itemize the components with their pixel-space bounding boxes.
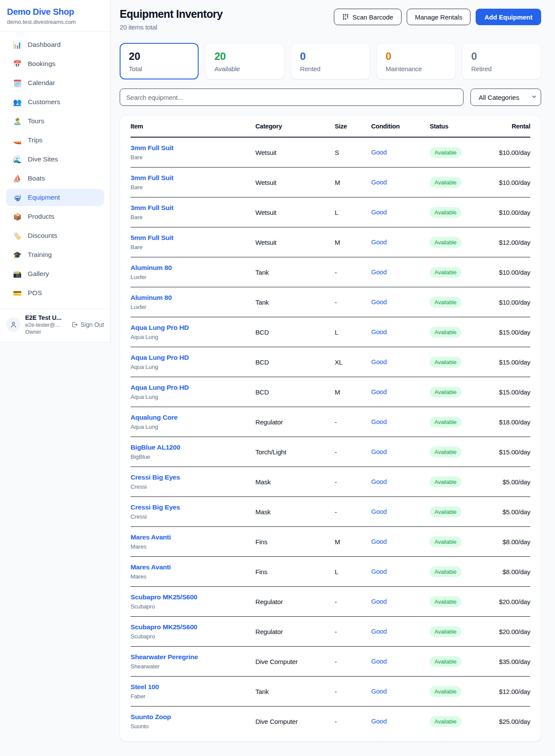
item-name-link[interactable]: BigBlue AL1200 — [131, 443, 255, 452]
condition-link[interactable]: Good — [371, 418, 387, 425]
sidebar-item-dashboard[interactable]: 📊Dashboard — [6, 36, 104, 53]
sidebar-item-trips[interactable]: 🚤Trips — [6, 131, 104, 149]
category-cell: Mask — [255, 478, 335, 486]
status-badge: Available — [430, 387, 461, 398]
sidebar-item-label: Customers — [28, 98, 60, 106]
status-badge: Available — [430, 566, 461, 577]
status-badge: Available — [430, 656, 461, 667]
condition-link[interactable]: Good — [371, 628, 387, 635]
stat-card-maintenance[interactable]: 0 Maintenance — [376, 43, 455, 79]
sidebar-item-pos[interactable]: 💳POS — [6, 284, 104, 302]
item-name-link[interactable]: Suunto Zoop — [131, 712, 255, 721]
item-cell: Aqua Lung Pro HD Aqua Lung — [131, 353, 255, 371]
stat-card-retired[interactable]: 0 Retired — [462, 43, 541, 79]
item-name-link[interactable]: Mares Avanti — [131, 532, 255, 542]
search-input[interactable] — [120, 89, 464, 106]
item-cell: Suunto Zoop Suunto — [131, 712, 255, 730]
condition-link[interactable]: Good — [371, 298, 387, 306]
item-name-link[interactable]: 5mm Full Suit — [131, 233, 255, 242]
condition-link[interactable]: Good — [371, 178, 387, 186]
item-name-link[interactable]: Aluminum 80 — [131, 263, 255, 272]
item-name-link[interactable]: Cressi Big Eyes — [131, 503, 255, 512]
rental-rate: $20.00/day — [495, 598, 530, 605]
status-badge: Available — [430, 447, 461, 457]
category-cell: Dive Computer — [255, 658, 335, 665]
condition-link[interactable]: Good — [371, 358, 387, 365]
status-badge: Available — [430, 626, 461, 637]
item-brand: Mares — [131, 573, 255, 581]
condition-link[interactable]: Good — [371, 717, 387, 725]
item-name-link[interactable]: Steel 100 — [131, 682, 255, 691]
sidebar-item-label: Bookings — [28, 60, 56, 68]
sidebar-item-customers[interactable]: 👥Customers — [6, 93, 104, 111]
sidebar-item-dive-sites[interactable]: 🌊Dive Sites — [6, 151, 104, 168]
column-header-status: Status — [430, 123, 495, 130]
condition-link[interactable]: Good — [371, 568, 387, 575]
manage-rentals-label: Manage Rentals — [415, 13, 462, 21]
scan-barcode-button[interactable]: Scan Barcode — [334, 9, 402, 25]
item-name-link[interactable]: 3mm Full Suit — [131, 143, 255, 152]
gallery-icon: 📸 — [12, 270, 23, 278]
condition-link[interactable]: Good — [371, 208, 387, 216]
condition-link[interactable]: Good — [371, 148, 387, 156]
item-cell: BigBlue AL1200 BigBlue — [131, 443, 255, 461]
item-name-link[interactable]: Aqua Lung Pro HD — [131, 353, 255, 362]
stat-card-available[interactable]: 20 Available — [205, 43, 284, 79]
item-name-link[interactable]: Scubapro MK25/S600 — [131, 622, 255, 631]
item-name-link[interactable]: Scubapro MK25/S600 — [131, 592, 255, 602]
sidebar-item-products[interactable]: 📦Products — [6, 208, 104, 225]
item-name-link[interactable]: Mares Avanti — [131, 562, 255, 572]
item-name-link[interactable]: Aqua Lung Pro HD — [131, 383, 255, 392]
item-name-link[interactable]: Aqua Lung Pro HD — [131, 323, 255, 332]
stat-card-rented[interactable]: 0 Rented — [291, 43, 370, 79]
column-header-condition: Condition — [371, 123, 430, 130]
add-equipment-button[interactable]: Add Equipment — [476, 9, 541, 25]
sidebar-item-discounts[interactable]: 🏷️Discounts — [6, 227, 104, 244]
size-cell: - — [335, 598, 371, 605]
sidebar-item-gallery[interactable]: 📸Gallery — [6, 265, 104, 283]
sidebar-item-boats[interactable]: ⛵Boats — [6, 170, 104, 187]
item-name-link[interactable]: 3mm Full Suit — [131, 173, 255, 182]
sidebar-item-training[interactable]: 🎓Training — [6, 246, 104, 263]
condition-link[interactable]: Good — [371, 238, 387, 246]
item-name-link[interactable]: Aqualung Core — [131, 413, 255, 422]
table-row: Aluminum 80 Luxfer Tank - Good Available… — [131, 257, 530, 287]
sign-out-button[interactable]: Sign Out — [71, 321, 104, 328]
sidebar-item-bookings[interactable]: 📅Bookings — [6, 55, 104, 72]
shop-name[interactable]: Demo Dive Shop — [7, 7, 103, 17]
rental-rate: $12.00/day — [495, 239, 530, 246]
item-name-link[interactable]: Shearwater Peregrine — [131, 652, 255, 661]
condition-link[interactable]: Good — [371, 448, 387, 455]
sidebar-item-equipment[interactable]: 🤿Equipment — [6, 189, 104, 206]
rental-rate: $10.00/day — [495, 209, 530, 216]
dive-sites-icon: 🌊 — [12, 155, 23, 164]
condition-link[interactable]: Good — [371, 657, 387, 665]
condition-link[interactable]: Good — [371, 598, 387, 605]
size-cell: M — [335, 179, 371, 186]
sidebar-item-tours[interactable]: 🏝️Tours — [6, 112, 104, 130]
condition-link[interactable]: Good — [371, 388, 387, 395]
condition-link[interactable]: Good — [371, 687, 387, 695]
size-cell: - — [335, 658, 371, 665]
stat-label: Total — [129, 65, 189, 72]
page-header: Equipment Inventory 20 items total Scan … — [120, 8, 541, 31]
condition-link[interactable]: Good — [371, 538, 387, 545]
category-cell: Wetsuit — [255, 209, 335, 216]
condition-link[interactable]: Good — [371, 268, 387, 276]
condition-link[interactable]: Good — [371, 478, 387, 485]
sidebar-item-calendar[interactable]: 🗓️Calendar — [6, 74, 104, 92]
manage-rentals-button[interactable]: Manage Rentals — [407, 9, 470, 25]
table-row: 5mm Full Suit Bare Wetsuit M Good Availa… — [131, 227, 530, 257]
category-select[interactable]: All Categories — [470, 89, 541, 106]
item-cell: Aluminum 80 Luxfer — [131, 293, 255, 311]
item-name-link[interactable]: Cressi Big Eyes — [131, 473, 255, 482]
user-meta: E2E Test U... e2e-tester@... Owner — [25, 314, 62, 335]
condition-link[interactable]: Good — [371, 508, 387, 515]
stat-card-total[interactable]: 20 Total — [120, 43, 199, 79]
condition-link[interactable]: Good — [371, 328, 387, 335]
size-cell: M — [335, 388, 371, 396]
sidebar-item-label: Products — [28, 213, 54, 220]
item-name-link[interactable]: 3mm Full Suit — [131, 203, 255, 212]
stat-value: 0 — [385, 50, 446, 62]
item-name-link[interactable]: Aluminum 80 — [131, 293, 255, 302]
